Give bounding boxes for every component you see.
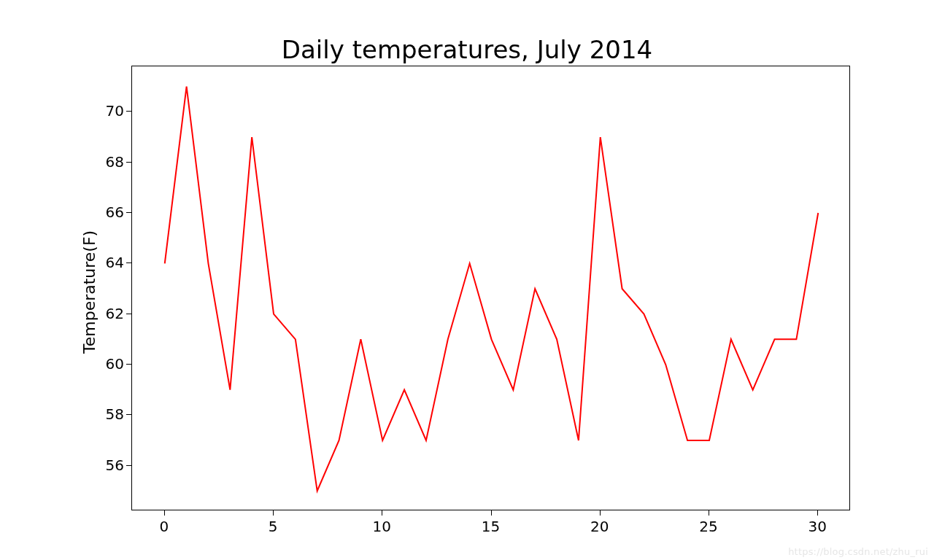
x-tick-mark (491, 510, 492, 516)
y-tick-label: 60 (102, 355, 124, 373)
x-tick-mark (600, 510, 601, 516)
chart-title: Daily temperatures, July 2014 (0, 35, 934, 64)
x-tick-label: 25 (699, 518, 717, 535)
y-tick-mark (126, 162, 131, 163)
y-tick-mark (126, 414, 131, 415)
y-tick-mark (126, 262, 131, 263)
y-tick-mark (126, 111, 131, 112)
y-tick-label: 56 (102, 456, 124, 474)
y-tick-label: 66 (102, 203, 124, 221)
y-tick-label: 64 (102, 254, 124, 271)
plot-area (131, 66, 850, 510)
x-tick-label: 5 (269, 518, 278, 535)
x-tick-label: 0 (159, 518, 169, 535)
y-tick-mark (126, 212, 131, 213)
y-axis-label: Temperature(F) (80, 230, 99, 354)
figure: Daily temperatures, July 2014 Temperatur… (0, 0, 934, 560)
x-tick-mark (273, 510, 274, 516)
x-tick-label: 15 (482, 518, 500, 535)
watermark-text: https://blog.csdn.net/zhu_rui (788, 546, 928, 557)
y-tick-label: 68 (102, 153, 124, 171)
y-tick-label: 70 (102, 102, 124, 120)
x-tick-mark (164, 510, 165, 516)
y-tick-label: 62 (102, 305, 124, 322)
y-tick-mark (126, 314, 131, 314)
x-tick-mark (709, 510, 709, 516)
x-tick-mark (382, 510, 382, 516)
y-tick-mark (126, 364, 131, 365)
x-tick-label: 10 (373, 518, 391, 535)
x-tick-label: 30 (808, 518, 826, 535)
y-tick-mark (126, 465, 131, 466)
y-tick-label: 58 (102, 405, 124, 423)
x-tick-mark (817, 510, 818, 516)
x-tick-label: 20 (590, 518, 609, 535)
line-series-svg (132, 66, 851, 511)
temperature-line (165, 87, 818, 491)
